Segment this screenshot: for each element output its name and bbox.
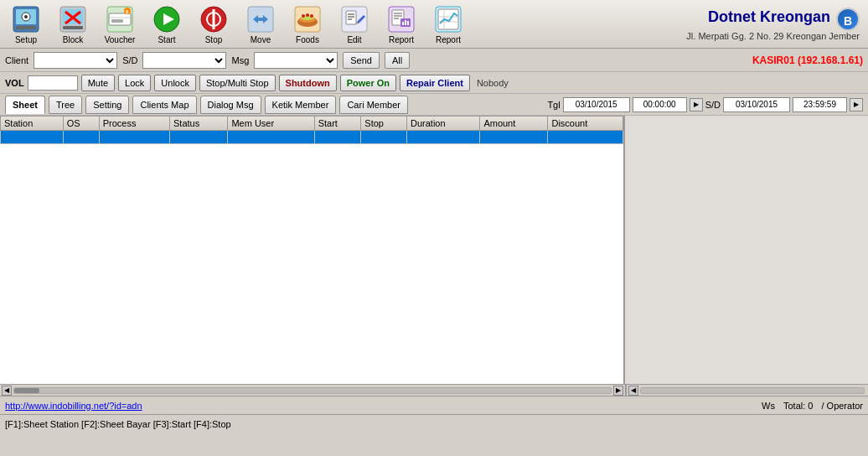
setup-label: Setup — [15, 35, 37, 44]
cell-discount — [548, 131, 623, 144]
cell-start — [314, 131, 361, 144]
tab-tree[interactable]: Tree — [49, 96, 82, 114]
col-process: Process — [99, 117, 169, 131]
horizontal-scrollbar[interactable] — [13, 387, 612, 394]
block-button[interactable]: Block — [50, 2, 96, 47]
time-end-arrow-btn[interactable]: ▶ — [850, 98, 863, 111]
bottom-bar: [F1]:Sheet Station [F2]:Sheet Bayar [F3]… — [0, 414, 868, 433]
tgl-label: Tgl — [547, 100, 560, 110]
shutdown-button[interactable]: Shutdown — [279, 75, 337, 91]
stop-multi-button[interactable]: Stop/Multi Stop — [199, 75, 276, 91]
msg-select[interactable] — [254, 52, 338, 69]
tab-cari-member[interactable]: Cari Member — [339, 96, 408, 114]
vol-input[interactable] — [28, 75, 78, 91]
cell-stop — [361, 131, 407, 144]
toolbar-items: Setup Block — [3, 2, 613, 47]
lock-button[interactable]: Lock — [118, 75, 151, 91]
setup-button[interactable]: Setup — [3, 2, 49, 47]
foods-button[interactable]: Foods — [285, 2, 330, 47]
sd-select[interactable] — [142, 52, 226, 69]
kasir-badge: KASIR01 (192.168.1.61) — [752, 54, 863, 66]
client-select[interactable] — [34, 52, 117, 69]
foods-icon — [292, 4, 323, 34]
report2-button[interactable]: Report — [426, 2, 471, 47]
report2-icon — [433, 4, 463, 34]
svg-rect-45 — [402, 22, 404, 25]
nobody-badge: Nobody — [473, 77, 512, 89]
svg-rect-49 — [438, 9, 458, 29]
scroll-thumb — [14, 388, 39, 393]
time-start-input[interactable] — [633, 97, 687, 112]
data-table: Station OS Process Status Mem User Start… — [0, 116, 623, 144]
repair-client-button[interactable]: Repair Client — [400, 75, 470, 91]
setup-icon — [11, 4, 41, 34]
stop-icon — [199, 4, 229, 34]
voucher-label: Voucher — [105, 35, 136, 44]
svg-point-30 — [306, 13, 309, 17]
time-end-input[interactable] — [793, 97, 847, 112]
ws-label: Ws — [762, 401, 775, 411]
msg-label: Msg — [231, 55, 249, 65]
report1-icon — [386, 4, 416, 34]
block-icon — [58, 4, 88, 34]
col-discount: Discount — [548, 117, 623, 131]
voucher-icon: $ — [105, 4, 135, 34]
left-panel: Station OS Process Status Mem User Start… — [0, 116, 625, 384]
col-os: OS — [63, 117, 99, 131]
move-button[interactable]: Move — [238, 2, 283, 47]
total-label: Total: 0 — [783, 401, 813, 411]
company-address: Jl. Merpati Gg. 2 No. 29 Kreongan Jember — [613, 31, 860, 41]
top-toolbar: Setup Block — [0, 0, 868, 49]
status-link[interactable]: http://www.indobilling.net/?id=adn — [5, 401, 142, 411]
start-icon — [152, 4, 182, 34]
svg-point-4 — [24, 15, 28, 18]
col-amount: Amount — [480, 117, 548, 131]
scroll-left-btn[interactable]: ◀ — [2, 386, 12, 396]
col-mem-user: Mem User — [228, 117, 314, 131]
col-duration: Duration — [406, 117, 479, 131]
mute-button[interactable]: Mute — [81, 75, 115, 91]
operator-label: / Operator — [821, 401, 863, 411]
power-on-button[interactable]: Power On — [340, 75, 396, 91]
tab-sheet[interactable]: Sheet — [5, 96, 45, 114]
right-panel — [625, 116, 868, 384]
filter-row: Client S/D Msg Send All KASIR01 (192.168… — [0, 49, 868, 72]
edit-icon — [339, 4, 369, 34]
col-stop: Stop — [361, 117, 407, 131]
edit-button[interactable]: Edit — [332, 2, 377, 47]
svg-point-31 — [310, 14, 313, 18]
svg-rect-2 — [16, 26, 36, 29]
ws-section: Ws Total: 0 / Operator — [762, 401, 863, 411]
block-label: Block — [63, 35, 83, 44]
cell-duration — [406, 131, 479, 144]
company-name: Dotnet Kreongan — [708, 8, 830, 24]
sd-range-label: S/D — [705, 100, 721, 110]
unlock-button[interactable]: Unlock — [154, 75, 196, 91]
voucher-button[interactable]: $ Voucher — [97, 2, 142, 47]
report2-label: Report — [436, 35, 461, 44]
client-label: Client — [5, 55, 28, 65]
tab-setting[interactable]: Setting — [85, 96, 129, 114]
scroll-right2-btn[interactable]: ◀ — [628, 386, 638, 396]
svg-rect-24 — [258, 18, 263, 21]
main-area: Station OS Process Status Mem User Start… — [0, 116, 868, 384]
all-button[interactable]: All — [385, 52, 410, 69]
date-start-input[interactable] — [563, 97, 630, 112]
status-bar: http://www.indobilling.net/?id=adn Ws To… — [0, 396, 868, 414]
report1-button[interactable]: Report — [379, 2, 424, 47]
scroll-right-btn[interactable]: ▶ — [613, 386, 623, 396]
cell-os — [63, 131, 99, 144]
stop-label: Stop — [205, 35, 223, 44]
tab-ketik-member[interactable]: Ketik Member — [265, 96, 337, 114]
date-end-input[interactable] — [723, 97, 790, 112]
send-button[interactable]: Send — [343, 52, 380, 69]
tab-dialog-msg[interactable]: Dialog Msg — [200, 96, 261, 114]
stop-button[interactable]: Stop — [191, 2, 236, 47]
horizontal-scrollbar2[interactable] — [640, 387, 865, 394]
time-arrow-btn[interactable]: ▶ — [690, 98, 703, 111]
table-row[interactable] — [1, 131, 623, 144]
tab-clients-map[interactable]: Clients Map — [132, 96, 196, 114]
move-icon — [245, 4, 276, 34]
start-button[interactable]: Start — [144, 2, 189, 47]
svg-rect-33 — [346, 11, 356, 24]
